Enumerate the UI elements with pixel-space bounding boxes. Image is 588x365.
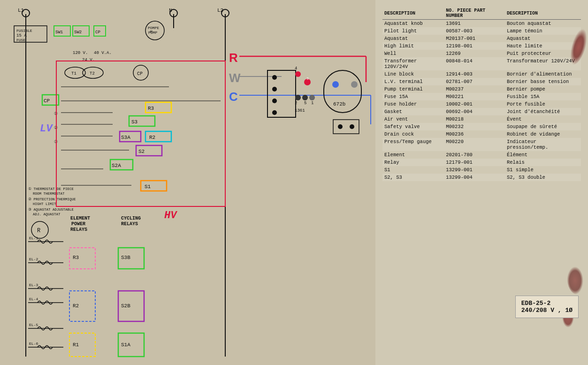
- part-number: M00236: [444, 130, 505, 138]
- svg-text:ADJ. AQUASTAT: ADJ. AQUASTAT: [33, 213, 61, 216]
- svg-text:N: N: [169, 8, 172, 13]
- svg-text:1: 1: [311, 101, 313, 106]
- part-number: M00237: [444, 85, 505, 93]
- part-number: 12179-001: [444, 159, 505, 166]
- part-desc-en: Fuse holder: [382, 100, 444, 108]
- table-row: Well 12269 Puit protecteur: [382, 50, 581, 57]
- part-desc-en: Well: [382, 50, 444, 57]
- part-desc-en: Drain cock: [382, 130, 444, 138]
- svg-point-46: [272, 99, 277, 103]
- svg-text:1361: 1361: [295, 108, 305, 113]
- svg-text:SW2: SW2: [74, 30, 82, 35]
- part-desc-fr: Bornier d'alimentation: [505, 70, 581, 78]
- svg-text:CP: CP: [44, 98, 50, 104]
- svg-text:R: R: [37, 228, 40, 234]
- part-desc-en: L.V. terminal: [382, 78, 444, 85]
- svg-text:15 A: 15 A: [16, 33, 27, 38]
- table-row: High limit 12198-001 Haute limite: [382, 42, 581, 50]
- part-number: 10002-001: [444, 100, 505, 108]
- table-row: Pilot light 00587-003 Lampe témoin: [382, 27, 581, 35]
- svg-text:T2: T2: [90, 71, 95, 76]
- svg-text:EL-4: EL-4: [29, 297, 38, 301]
- svg-text:5: 5: [304, 101, 306, 106]
- svg-text:L2: L2: [217, 8, 223, 13]
- svg-text:S2B: S2B: [121, 303, 130, 309]
- part-number: 12198-001: [444, 42, 505, 50]
- diagram-canvas: L1 L2 N FUSIBLE 15 A FUSE SW1 SW2 CP: [0, 0, 375, 365]
- part-desc-fr: Aquastat: [505, 35, 581, 42]
- model-number: EDB-25-2: [521, 300, 573, 307]
- part-desc-en: Element: [382, 151, 444, 159]
- part-desc-en: Pilot light: [382, 27, 444, 35]
- table-row: Line block 12914-003 Bornier d'alimentat…: [382, 70, 581, 78]
- svg-text:CYCLING: CYCLING: [121, 216, 141, 221]
- part-desc-en: Fuse 15A: [382, 93, 444, 100]
- svg-text:S1: S1: [145, 184, 151, 190]
- svg-text:② PROTECTION THERMIQUE: ② PROTECTION THERMIQUE: [28, 198, 76, 201]
- svg-text:W: W: [229, 71, 241, 85]
- part-desc-en: Aquastat: [382, 35, 444, 42]
- svg-text:EL-2: EL-2: [29, 257, 38, 261]
- svg-text:40 V.A.: 40 V.A.: [94, 51, 112, 55]
- svg-text:S1A: S1A: [121, 342, 130, 348]
- part-desc-fr: S2, S3 double: [505, 174, 581, 181]
- voltage-rating: 240/208 V , 1Ø: [521, 307, 573, 314]
- svg-point-44: [272, 75, 277, 80]
- part-desc-en: S2, S3: [382, 174, 444, 181]
- svg-text:PUMP: PUMP: [148, 30, 157, 35]
- col-header-description-en: DESCRIPTION: [382, 7, 444, 20]
- wiring-diagram-panel: L1 L2 N FUSIBLE 15 A FUSE SW1 SW2 CP: [0, 0, 375, 365]
- svg-text:S3B: S3B: [121, 255, 130, 260]
- svg-text:RELAYS: RELAYS: [121, 221, 138, 227]
- svg-text:RELAYS: RELAYS: [70, 227, 87, 232]
- svg-text:ELEMENT: ELEMENT: [70, 216, 90, 221]
- part-desc-en: High limit: [382, 42, 444, 50]
- part-desc-en: Gasket: [382, 108, 444, 115]
- table-row: Aquastat M20137-001 Aquastat: [382, 35, 581, 42]
- part-number: 12914-003: [444, 70, 505, 78]
- svg-point-56: [309, 95, 315, 100]
- svg-text:CP: CP: [95, 30, 100, 35]
- svg-text:R1: R1: [73, 342, 79, 348]
- table-row: S2, S3 13299-004 S2, S3 double: [382, 174, 581, 181]
- part-desc-fr: Évent: [505, 115, 581, 123]
- svg-text:HIGHT LIMIT: HIGHT LIMIT: [33, 202, 56, 206]
- part-desc-fr: Fusible 15A: [505, 93, 581, 100]
- svg-point-48: [295, 71, 301, 77]
- part-desc-fr: Indicateur pression/temp.: [505, 138, 581, 151]
- svg-text:M: M: [150, 30, 153, 34]
- svg-text:R: R: [229, 51, 238, 65]
- svg-text:EL-6: EL-6: [29, 342, 38, 346]
- svg-point-59: [332, 81, 339, 88]
- table-row: Fuse holder 10002-001 Porte fusible: [382, 100, 581, 108]
- svg-text:L1: L1: [18, 8, 24, 13]
- table-row: Gasket 00692-004 Joint d'étanchéité: [382, 108, 581, 115]
- svg-point-65: [350, 124, 354, 129]
- svg-text:R2: R2: [73, 303, 79, 309]
- svg-point-64: [338, 124, 343, 129]
- svg-text:FUSIBLE: FUSIBLE: [16, 29, 32, 33]
- part-number: M00232: [444, 123, 505, 130]
- svg-text:4: 4: [295, 66, 297, 71]
- part-number: 20201-780: [444, 151, 505, 159]
- part-desc-fr: Porte fusible: [505, 100, 581, 108]
- part-number: M00218: [444, 115, 505, 123]
- part-number: 13691: [444, 20, 505, 28]
- svg-text:672b: 672b: [333, 101, 345, 107]
- svg-text:LV: LV: [40, 123, 53, 135]
- part-number: 00692-004: [444, 108, 505, 115]
- svg-text:EL-5: EL-5: [29, 323, 38, 327]
- part-desc-en: Line block: [382, 70, 444, 78]
- part-desc-en: Transformer 120V/24V: [382, 57, 444, 70]
- svg-point-45: [272, 87, 277, 91]
- table-row: Drain cock M00236 Robinet de vidange: [382, 130, 581, 138]
- part-desc-fr: Bernier pompe: [505, 85, 581, 93]
- svg-text:T1: T1: [71, 71, 76, 76]
- svg-text:HV: HV: [164, 210, 177, 221]
- part-number: 00848-014: [444, 57, 505, 70]
- part-desc-fr: Soupape de sûreté: [505, 123, 581, 130]
- part-desc-fr: Lampe témoin: [505, 27, 581, 35]
- part-number: M00221: [444, 93, 505, 100]
- part-desc-en: S1: [382, 166, 444, 174]
- svg-text:ROOM THERMOSTAT: ROOM THERMOSTAT: [33, 192, 65, 196]
